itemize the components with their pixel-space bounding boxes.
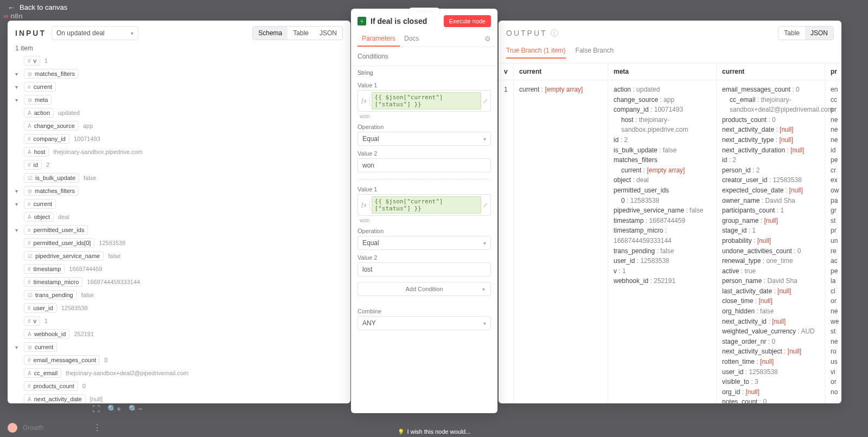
- more-menu-icon[interactable]: ⋮: [93, 422, 101, 433]
- schema-value: thejoinary-sandbox+deal2@pipedrivemail.c…: [65, 370, 188, 376]
- combine-select[interactable]: ANY▾: [358, 316, 491, 330]
- view-json[interactable]: JSON: [805, 27, 833, 40]
- tree-row[interactable]: Anext_activity_date[null]: [15, 393, 343, 403]
- view-table[interactable]: Table: [778, 27, 805, 40]
- schema-key-pill[interactable]: #v: [24, 316, 40, 326]
- tree-row[interactable]: ☑trans_pendingfalse: [15, 288, 343, 301]
- schema-key-pill[interactable]: Ahost: [24, 147, 49, 157]
- schema-key-pill[interactable]: Anext_activity_date: [24, 394, 86, 403]
- schema-key-pill[interactable]: ≡current: [24, 199, 56, 209]
- add-condition-button[interactable]: Add Condition▾: [358, 282, 491, 296]
- drag-handle[interactable]: : : : : :: [409, 8, 440, 14]
- input-source-dropdown[interactable]: On updated deal▾: [52, 26, 138, 40]
- schema-key-pill[interactable]: Aobject: [24, 212, 54, 222]
- tree-row[interactable]: #v1: [15, 314, 343, 327]
- value2-input[interactable]: won: [358, 158, 491, 172]
- caret-icon[interactable]: ▾: [15, 344, 21, 350]
- schema-key-pill[interactable]: #products_count: [24, 381, 78, 391]
- view-table[interactable]: Table: [288, 27, 314, 40]
- schema-key-pill[interactable]: #email_messages_count: [24, 355, 100, 365]
- zoom-out-icon[interactable]: 🔍−: [129, 404, 142, 413]
- tree-row[interactable]: Acc_emailthejoinary-sandbox+deal2@pipedr…: [15, 367, 343, 380]
- schema-key-pill[interactable]: ⊘meta: [24, 95, 52, 105]
- type-icon: #: [28, 240, 31, 246]
- caret-icon[interactable]: ▾: [15, 71, 21, 77]
- tree-row[interactable]: ▾⊘matches_filters: [15, 184, 343, 197]
- tree-row[interactable]: Aactionupdated: [15, 106, 343, 119]
- true-branch-tab[interactable]: True Branch (1 item): [506, 47, 566, 59]
- tree-row[interactable]: #id2: [15, 158, 343, 171]
- schema-key-pill[interactable]: ⊘current: [24, 342, 57, 352]
- avatar[interactable]: [8, 423, 17, 433]
- type-icon: A: [28, 396, 31, 402]
- schema-key-pill[interactable]: #timestamp: [24, 264, 65, 274]
- target-icon[interactable]: ⤢: [483, 98, 488, 105]
- schema-key-pill[interactable]: #user_id: [24, 303, 57, 313]
- workspace-name[interactable]: Growth: [23, 424, 44, 432]
- schema-value: 252191: [73, 331, 94, 337]
- schema-key-pill[interactable]: ≡current: [24, 82, 56, 92]
- info-icon[interactable]: i: [551, 29, 558, 37]
- schema-key-pill[interactable]: #v: [24, 56, 40, 66]
- tree-row[interactable]: #products_count0: [15, 380, 343, 393]
- type-icon: ⊘: [28, 71, 32, 77]
- tree-row[interactable]: Aobjectdeal: [15, 210, 343, 223]
- tree-row[interactable]: #timestamp1668744459: [15, 262, 343, 275]
- schema-key-pill[interactable]: ⊘matches_filters: [24, 69, 79, 79]
- schema-key-pill[interactable]: #timestamp_micro: [24, 277, 82, 287]
- gear-icon[interactable]: ⚙: [484, 35, 491, 43]
- schema-key-pill[interactable]: ☑trans_pending: [24, 290, 77, 300]
- value1-input[interactable]: ƒx{{ $json["current"]["status"] }}⤢: [358, 90, 491, 112]
- tree-row[interactable]: ▾≡current: [15, 80, 343, 93]
- caret-icon[interactable]: ▾: [15, 84, 21, 90]
- feedback-prompt[interactable]: 💡 I wish this node would...: [391, 426, 477, 437]
- schema-key-pill[interactable]: #permitted_user_ids[0]: [24, 238, 94, 248]
- schema-key-pill[interactable]: ☑is_bulk_update: [24, 173, 79, 183]
- schema-value: app: [82, 123, 93, 129]
- schema-key-pill[interactable]: #company_id: [24, 134, 69, 144]
- false-branch-tab[interactable]: False Branch: [576, 47, 614, 59]
- caret-icon[interactable]: ▾: [15, 227, 21, 233]
- tree-row[interactable]: #company_id10071493: [15, 132, 343, 145]
- value1-input[interactable]: ƒx{{ $json["current"]["status"] }}⤢: [358, 194, 491, 216]
- type-icon: ⊘: [28, 97, 32, 103]
- schema-value: 12583538: [98, 240, 125, 246]
- tree-row[interactable]: Ahostthejoinary-sandbox.pipedrive.com: [15, 145, 343, 158]
- tree-row[interactable]: ☑is_bulk_updatefalse: [15, 171, 343, 184]
- tree-row[interactable]: ▾⊘matches_filters: [15, 67, 343, 80]
- schema-key-pill[interactable]: ≡permitted_user_ids: [24, 225, 88, 235]
- zoom-in-icon[interactable]: 🔍+: [107, 404, 121, 413]
- caret-icon[interactable]: ▾: [15, 97, 21, 103]
- view-json[interactable]: JSON: [314, 27, 342, 40]
- operation-select[interactable]: Equal▾: [358, 236, 491, 250]
- fit-icon[interactable]: ⛶: [92, 404, 100, 413]
- caret-icon[interactable]: ▾: [15, 188, 21, 194]
- execute-node-button[interactable]: Execute node: [444, 15, 491, 27]
- tree-row[interactable]: Awebhook_id252191: [15, 327, 343, 340]
- tree-row[interactable]: #email_messages_count0: [15, 354, 343, 367]
- tree-row[interactable]: #user_id12583538: [15, 301, 343, 314]
- tree-row[interactable]: #v1: [15, 54, 343, 67]
- tab-parameters[interactable]: Parameters: [358, 31, 400, 47]
- tab-docs[interactable]: Docs: [400, 31, 423, 47]
- schema-key-pill[interactable]: ☑pipedrive_service_name: [24, 251, 104, 261]
- schema-key-pill[interactable]: Acc_email: [24, 368, 61, 378]
- caret-icon[interactable]: ▾: [15, 201, 21, 207]
- tree-row[interactable]: Achange_sourceapp: [15, 119, 343, 132]
- schema-key-pill[interactable]: Awebhook_id: [24, 329, 69, 339]
- schema-key-pill[interactable]: Aaction: [24, 108, 54, 118]
- tree-row[interactable]: ▾≡current: [15, 197, 343, 210]
- operation-select[interactable]: Equal▾: [358, 132, 491, 146]
- tree-row[interactable]: ▾≡permitted_user_ids: [15, 223, 343, 236]
- value2-input[interactable]: lost: [358, 262, 491, 277]
- tree-row[interactable]: #timestamp_micro1668744459333144: [15, 275, 343, 288]
- schema-key-pill[interactable]: Achange_source: [24, 121, 79, 131]
- tree-row[interactable]: ▾⊘meta: [15, 93, 343, 106]
- tree-row[interactable]: ☑pipedrive_service_namefalse: [15, 249, 343, 262]
- tree-row[interactable]: #permitted_user_ids[0]12583538: [15, 236, 343, 249]
- target-icon[interactable]: ⤢: [483, 202, 488, 209]
- schema-key-pill[interactable]: #id: [24, 160, 42, 170]
- schema-key-pill[interactable]: ⊘matches_filters: [24, 186, 79, 196]
- tree-row[interactable]: ▾⊘current: [15, 340, 343, 354]
- view-schema[interactable]: Schema: [253, 27, 288, 40]
